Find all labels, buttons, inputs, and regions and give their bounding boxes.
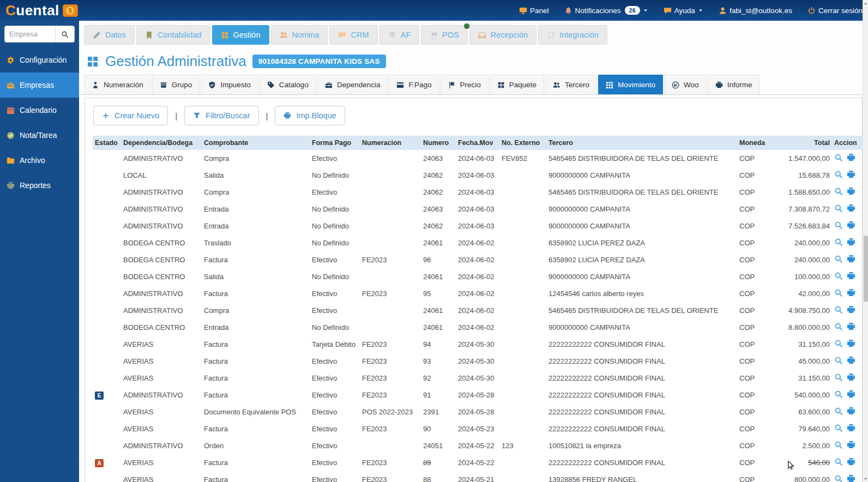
row-view-button[interactable] [834, 390, 843, 400]
table-row[interactable]: AAVERIASFacturaEfectivoFE2023892024-05-2… [93, 454, 864, 471]
subtab-informe[interactable]: Informe [708, 75, 760, 94]
tab-gestion[interactable]: Gestión [212, 25, 269, 45]
sidebar-item-reportes[interactable]: Reportes [0, 173, 79, 198]
column-header-total[interactable]: Total [769, 136, 832, 150]
table-row[interactable]: BODEGA CENTROEntradaNo Definido240612024… [93, 319, 864, 336]
sidebar-item-configuracion[interactable]: Configuración [0, 47, 79, 73]
row-view-button[interactable] [834, 322, 843, 333]
table-row[interactable]: ADMINISTRATIVOOrdenEfectivo240512024-05-… [93, 437, 864, 454]
table-row[interactable]: AVERIASFacturaEfectivoFE2023882024-05-21… [93, 471, 864, 482]
table-row[interactable]: ADMINISTRATIVOCompraEfectivo240632024-06… [93, 150, 864, 167]
sidebar-item-calendario[interactable]: Calendario [0, 98, 79, 123]
table-row[interactable]: ADMINISTRATIVOEntradaNo Definido24063202… [93, 201, 864, 218]
row-view-button[interactable] [834, 288, 843, 299]
row-print-button[interactable] [847, 441, 855, 451]
column-header-accion[interactable]: Accion [832, 136, 864, 150]
row-print-button[interactable] [847, 407, 855, 417]
column-header-moneda[interactable]: Moneda [737, 136, 769, 150]
tab-pos[interactable]: POS [421, 25, 468, 45]
row-view-button[interactable] [834, 272, 843, 282]
row-view-button[interactable] [834, 424, 843, 434]
row-print-button[interactable] [847, 187, 855, 197]
column-header-estado[interactable]: Estado [93, 136, 121, 150]
row-print-button[interactable] [847, 288, 855, 299]
row-print-button[interactable] [847, 255, 855, 265]
row-view-button[interactable] [834, 204, 843, 214]
print-block-button[interactable]: Imp.Bloque [275, 106, 345, 125]
vertical-scrollbar[interactable] [863, 0, 868, 482]
table-row[interactable]: BODEGA CENTROSalidaNo Definido240612024-… [93, 268, 864, 285]
subtab-f-pago[interactable]: F.Pago [389, 75, 439, 94]
logout-link[interactable]: Cerrar sesión [807, 7, 863, 15]
row-view-button[interactable] [834, 153, 843, 164]
sidebar-item-nota-tarea[interactable]: Nota/Tarea [0, 123, 79, 148]
scroll-up-arrow[interactable] [863, 1, 868, 7]
row-print-button[interactable] [847, 272, 855, 282]
table-row[interactable]: AVERIASFacturaEfectivoFE2023932024-05-30… [93, 353, 864, 370]
user-account-link[interactable]: fabi_st@outlook.es [719, 7, 792, 15]
row-print-button[interactable] [847, 373, 855, 383]
row-view-button[interactable] [834, 356, 843, 366]
table-row[interactable]: ADMINISTRATIVOCompraEfectivo240612024-06… [93, 302, 864, 319]
row-print-button[interactable] [847, 238, 855, 248]
subtab-movimiento[interactable]: Movimiento [598, 75, 663, 94]
row-print-button[interactable] [847, 457, 855, 468]
table-row[interactable]: AVERIASFacturaEfectivoFE2023922024-05-30… [93, 370, 864, 387]
row-view-button[interactable] [834, 221, 843, 231]
row-view-button[interactable] [834, 305, 843, 316]
tab-nomina[interactable]: Nomina [271, 25, 328, 45]
table-row[interactable]: LOCALSalidaNo Definido240622024-06-03900… [93, 167, 864, 184]
row-print-button[interactable] [847, 305, 855, 316]
table-row[interactable]: BODEGA CENTROFacturaEfectivoFE2023962024… [93, 251, 864, 268]
row-view-button[interactable] [834, 373, 843, 383]
row-print-button[interactable] [847, 204, 855, 214]
column-header-no-externo[interactable]: No. Externo [499, 136, 546, 150]
row-view-button[interactable] [834, 457, 843, 468]
column-header-numeracion[interactable]: Numeracion [360, 136, 421, 150]
company-search-input[interactable] [5, 26, 55, 42]
subtab-dependencia[interactable]: Dependencia [317, 75, 388, 94]
row-print-button[interactable] [847, 170, 855, 180]
row-view-button[interactable] [834, 170, 843, 180]
help-link[interactable]: Ayuda [664, 7, 703, 15]
scrollbar-thumb[interactable] [864, 236, 868, 302]
row-print-button[interactable] [847, 356, 855, 366]
row-print-button[interactable] [847, 339, 855, 350]
column-header-fecha-mov[interactable]: Fecha.Mov [456, 136, 499, 150]
subtab-paquete[interactable]: Paquete [490, 75, 544, 94]
brand-logo[interactable]: Cuental $ [5, 2, 78, 19]
subtab-precio[interactable]: Precio [441, 75, 489, 94]
subtab-numeracion[interactable]: Numeración [84, 75, 151, 94]
row-view-button[interactable] [834, 407, 843, 417]
row-view-button[interactable] [834, 441, 843, 451]
subtab-impuesto[interactable]: Impuesto [201, 75, 258, 94]
company-search-button[interactable] [55, 26, 74, 42]
column-header-comprobante[interactable]: Comprobante [202, 136, 310, 150]
subtab-woo[interactable]: Woo [664, 75, 707, 94]
column-header-forma-pago[interactable]: Forma Pago [310, 136, 360, 150]
sidebar-item-empresas[interactable]: Empresas [0, 73, 79, 98]
row-print-button[interactable] [847, 424, 855, 434]
tab-recepcion[interactable]: Recepción [469, 25, 537, 45]
panel-link[interactable]: Panel [519, 7, 549, 15]
table-row[interactable]: ADMINISTRATIVOCompraEfectivo240622024-06… [93, 184, 864, 201]
row-view-button[interactable] [834, 238, 843, 248]
table-row[interactable]: AVERIASFacturaEfectivoFE2023902024-05-23… [93, 420, 864, 437]
create-new-button[interactable]: Crear Nuevo [93, 106, 168, 125]
table-row[interactable]: BODEGA CENTROTrasladoNo Definido24061202… [93, 234, 864, 251]
notifications-link[interactable]: Notificaciones 26 [564, 6, 648, 15]
table-row[interactable]: ADMINISTRATIVOFacturaEfectivoFE202395202… [93, 285, 864, 302]
tab-crm[interactable]: CRM [329, 25, 377, 45]
tab-datos[interactable]: Datos [84, 25, 135, 45]
sidebar-item-archivo[interactable]: Archivo [0, 148, 79, 173]
subtab-grupo[interactable]: Grupo [152, 75, 200, 94]
row-view-button[interactable] [834, 474, 843, 482]
subtab-tercero[interactable]: Tercero [545, 75, 597, 94]
scroll-down-arrow[interactable] [863, 475, 868, 481]
tab-integracion[interactable]: Integración [538, 25, 607, 45]
table-row[interactable]: EADMINISTRATIVOFacturaEfectivoFE20239120… [93, 387, 864, 403]
column-header-dependencia-bodega[interactable]: Dependencia/Bodega [121, 136, 202, 150]
filter-search-button[interactable]: Filtro/Buscar [184, 106, 258, 125]
row-print-button[interactable] [847, 322, 855, 333]
column-header-numero[interactable]: Numero [421, 136, 456, 150]
